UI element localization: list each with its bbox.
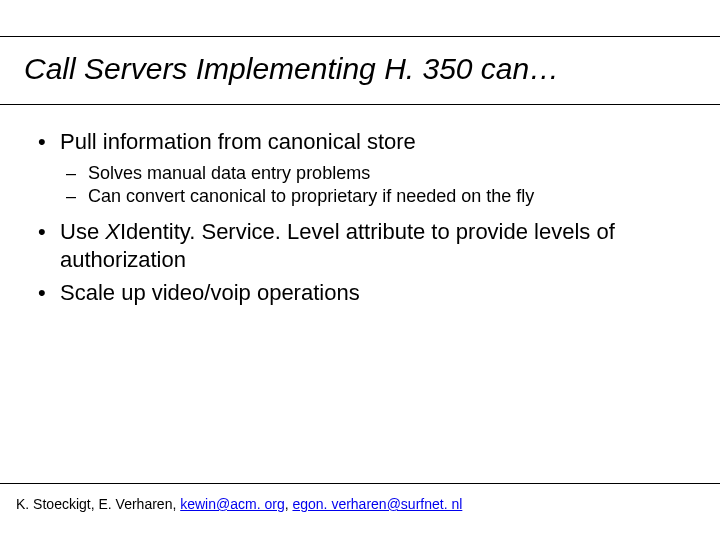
slide: Call Servers Implementing H. 350 can… Pu… [0,0,720,540]
bullet-1-sublist: Solves manual data entry problems Can co… [60,162,680,209]
bullet-3: Scale up video/voip operations [32,279,680,307]
rule-top-1 [0,36,720,37]
bullet-1-sub-1: Solves manual data entry problems [60,162,680,185]
content-area: Pull information from canonical store So… [32,128,680,313]
footer-email-1[interactable]: kewin@acm. org [180,496,284,512]
bullet-2-x: X [105,219,120,244]
bullet-1: Pull information from canonical store So… [32,128,680,208]
bullet-2-pre: Use [60,219,105,244]
bullet-1-sub-2: Can convert canonical to proprietary if … [60,185,680,208]
rule-top-2 [0,104,720,105]
bullet-2: Use XIdentity. Service. Level attribute … [32,218,680,273]
slide-title: Call Servers Implementing H. 350 can… [24,52,559,86]
rule-bottom [0,483,720,484]
footer: K. Stoeckigt, E. Verharen, kewin@acm. or… [16,496,462,512]
bullet-2-post: Identity. Service. Level attribute to pr… [60,219,615,272]
footer-email-2[interactable]: egon. verharen@surfnet. nl [292,496,462,512]
bullet-list: Pull information from canonical store So… [32,128,680,307]
bullet-1-text: Pull information from canonical store [60,129,416,154]
footer-authors: K. Stoeckigt, E. Verharen, [16,496,180,512]
